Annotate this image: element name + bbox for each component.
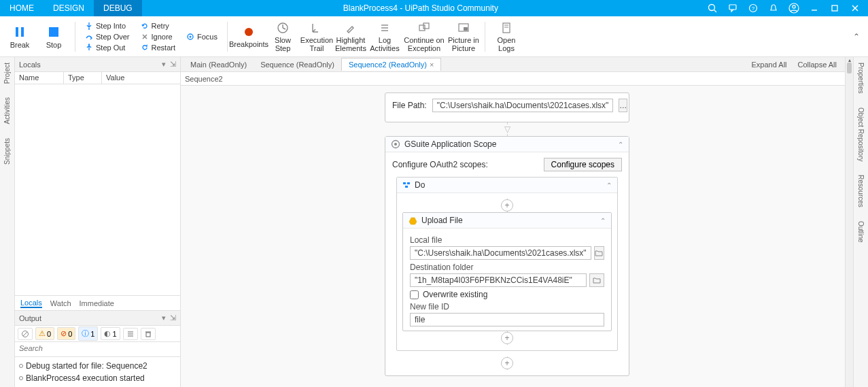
output-dropdown-icon[interactable]: ▾ xyxy=(162,314,166,322)
output-list: Debug started for file: Sequence2 BlankP… xyxy=(15,357,180,387)
tab-debug[interactable]: DEBUG xyxy=(94,0,142,16)
close-tab-icon[interactable]: × xyxy=(430,61,434,69)
collapse-ribbon-icon[interactable]: ⌃ xyxy=(849,32,864,41)
breadcrumb[interactable]: Sequence2 xyxy=(181,72,845,86)
add-activity-button[interactable]: + xyxy=(501,332,513,344)
highlight-elements-button[interactable]: Highlight Elements xyxy=(335,18,366,56)
svg-text:?: ? xyxy=(752,5,755,12)
file-path-activity[interactable]: File Path: "C:\Users\shaik.ha\Documents\… xyxy=(385,92,629,122)
rail-snippets[interactable]: Snippets xyxy=(3,138,11,165)
breakpoints-button[interactable]: Breakpoints xyxy=(233,18,264,56)
upload-file-activity[interactable]: Upload File ⌃ Local file "C:\Users\shaik… xyxy=(402,212,612,331)
output-pin-icon[interactable]: ⇲ xyxy=(170,314,176,322)
maximize-icon[interactable] xyxy=(829,2,841,14)
overwrite-label: Overwrite existing xyxy=(423,290,487,299)
restart-button[interactable]: Restart xyxy=(139,43,177,52)
rail-activities[interactable]: Activities xyxy=(3,97,11,124)
do-sequence[interactable]: Do ⌃ + Upload File ⌃ xyxy=(396,177,618,351)
configure-scopes-label: Configure OAuth2 scopes: xyxy=(392,160,488,169)
picture-in-picture-button[interactable]: Picture in Picture xyxy=(448,18,479,56)
new-file-id-input[interactable] xyxy=(410,313,604,326)
user-icon[interactable] xyxy=(788,2,800,14)
rail-project[interactable]: Project xyxy=(3,63,11,84)
gsuite-scope-activity[interactable]: GSuite Application Scope ⌃ Configure OAu… xyxy=(385,136,629,376)
collapse-icon[interactable]: ⌃ xyxy=(600,217,606,224)
expand-all-button[interactable]: Expand All xyxy=(746,61,793,69)
open-logs-button[interactable]: Open Logs xyxy=(491,18,522,56)
filter-trace[interactable]: ◐1 xyxy=(101,327,120,340)
svg-rect-11 xyxy=(16,27,18,37)
file-path-input[interactable]: "C:\Users\shaik.ha\Documents\2021cases.x… xyxy=(432,99,614,112)
locals-columns: Name Type Value xyxy=(15,72,180,84)
tab-watch[interactable]: Watch xyxy=(50,299,71,307)
col-value[interactable]: Value xyxy=(102,72,180,84)
step-into-button[interactable]: Step Into xyxy=(84,21,131,31)
browse-folder-button[interactable] xyxy=(589,273,604,287)
col-type[interactable]: Type xyxy=(64,72,102,84)
slow-step-button[interactable]: Slow Step xyxy=(267,18,298,56)
filter-warn[interactable]: ⚠0 xyxy=(35,327,54,340)
panel-dropdown-icon[interactable]: ▾ xyxy=(162,60,166,69)
bell-icon[interactable] xyxy=(767,2,780,14)
output-search-input[interactable] xyxy=(15,342,180,354)
tab-design[interactable]: DESIGN xyxy=(44,0,94,16)
output-line[interactable]: Debug started for file: Sequence2 xyxy=(19,360,176,372)
retry-button[interactable]: Retry xyxy=(139,21,177,31)
svg-point-20 xyxy=(245,28,253,36)
filter-info[interactable]: ⓘ1 xyxy=(78,326,98,341)
execution-trail-button[interactable]: Execution Trail xyxy=(301,18,332,56)
break-button[interactable]: Break xyxy=(4,18,35,56)
svg-rect-43 xyxy=(405,186,408,188)
help-icon[interactable]: ? xyxy=(747,2,759,14)
filter-error[interactable]: ⊘0 xyxy=(57,327,75,340)
add-activity-button[interactable]: + xyxy=(501,357,513,369)
rail-resources[interactable]: Resources xyxy=(857,175,865,207)
rail-object-repository[interactable]: Object Repository xyxy=(857,107,865,161)
arrow-down-icon: ▽ xyxy=(504,124,510,134)
collapse-icon[interactable]: ⌃ xyxy=(606,182,612,189)
doc-tab-sequence2[interactable]: Sequence2 (ReadOnly)× xyxy=(341,58,441,71)
search-icon[interactable] xyxy=(706,2,718,14)
output-line[interactable]: BlankProcess4 execution started xyxy=(19,372,176,384)
canvas[interactable]: File Path: "C:\Users\shaik.ha\Documents\… xyxy=(181,86,845,387)
file-path-browse-button[interactable]: … xyxy=(619,99,627,112)
svg-rect-26 xyxy=(423,23,429,29)
clear-output-icon[interactable] xyxy=(18,328,33,340)
collapse-all-button[interactable]: Collapse All xyxy=(793,61,842,69)
rail-outline[interactable]: Outline xyxy=(857,221,865,243)
destination-folder-input[interactable]: "1h_M8tap4I03F6PFBKNzCCis1E4VA48iE" xyxy=(410,273,587,287)
add-activity-button[interactable]: + xyxy=(501,199,513,212)
vertical-scrollbar[interactable]: ▴ xyxy=(845,57,853,387)
svg-point-6 xyxy=(793,5,795,8)
tab-immediate[interactable]: Immediate xyxy=(80,299,114,307)
browse-file-button[interactable] xyxy=(594,246,604,260)
upload-title: Upload File xyxy=(421,216,463,225)
feedback-icon[interactable] xyxy=(727,2,739,14)
focus-button[interactable]: Focus xyxy=(185,32,219,41)
collapse-icon[interactable]: ⌃ xyxy=(618,141,623,148)
tab-locals[interactable]: Locals xyxy=(20,299,42,308)
col-name[interactable]: Name xyxy=(15,72,64,84)
step-over-button[interactable]: Step Over xyxy=(84,32,131,41)
close-icon[interactable] xyxy=(849,2,861,14)
doc-tab-main[interactable]: Main (ReadOnly) xyxy=(184,58,254,71)
svg-point-19 xyxy=(190,35,192,37)
tab-home[interactable]: HOME xyxy=(0,0,44,16)
minimize-icon[interactable] xyxy=(808,2,820,14)
panel-pin-icon[interactable]: ⇲ xyxy=(170,60,176,69)
ignore-button[interactable]: Ignore xyxy=(139,32,177,41)
output-list-icon[interactable] xyxy=(123,328,138,340)
continue-on-exception-button[interactable]: Continue on Exception xyxy=(403,18,445,56)
configure-scopes-button[interactable]: Configure scopes xyxy=(544,158,622,171)
stop-button[interactable]: Stop xyxy=(38,18,69,56)
output-delete-icon[interactable] xyxy=(141,328,156,340)
step-out-button[interactable]: Step Out xyxy=(84,43,131,52)
local-file-input[interactable]: "C:\Users\shaik.ha\Documents\2021cases.x… xyxy=(410,246,591,260)
doc-tab-sequence[interactable]: Sequence (ReadOnly) xyxy=(254,58,341,71)
window-title: BlankProcess4 - UiPath Studio Community xyxy=(142,0,699,16)
log-activities-button[interactable]: Log Activities xyxy=(369,18,400,56)
overwrite-checkbox[interactable] xyxy=(410,290,419,299)
new-file-id-label: New file ID xyxy=(410,302,604,312)
do-title: Do xyxy=(415,180,425,190)
rail-properties[interactable]: Properties xyxy=(857,63,865,94)
